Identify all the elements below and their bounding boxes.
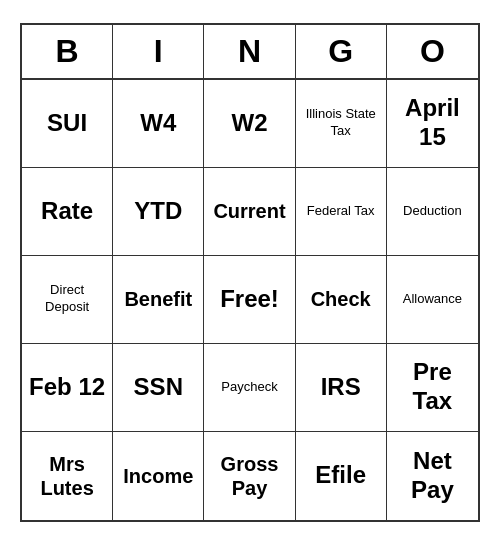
cell-text-8: Federal Tax: [307, 203, 375, 220]
cell-text-9: Deduction: [403, 203, 462, 220]
cell-text-3: Illinois State Tax: [302, 106, 380, 140]
cell-text-6: YTD: [134, 197, 182, 226]
bingo-cell-13: Check: [296, 256, 387, 344]
cell-text-15: Feb 12: [29, 373, 105, 402]
cell-text-16: SSN: [134, 373, 183, 402]
bingo-cell-7: Current: [204, 168, 295, 256]
bingo-cell-20: Mrs Lutes: [22, 432, 113, 520]
cell-text-17: Paycheck: [221, 379, 277, 396]
bingo-cell-9: Deduction: [387, 168, 478, 256]
cell-text-12: Free!: [220, 285, 279, 314]
cell-text-2: W2: [231, 109, 267, 138]
bingo-cell-8: Federal Tax: [296, 168, 387, 256]
bingo-cell-2: W2: [204, 80, 295, 168]
header-letter-o: O: [387, 25, 478, 78]
bingo-cell-15: Feb 12: [22, 344, 113, 432]
cell-text-13: Check: [311, 287, 371, 311]
bingo-cell-14: Allowance: [387, 256, 478, 344]
cell-text-20: Mrs Lutes: [28, 452, 106, 500]
cell-text-5: Rate: [41, 197, 93, 226]
bingo-cell-3: Illinois State Tax: [296, 80, 387, 168]
bingo-cell-5: Rate: [22, 168, 113, 256]
header-letter-n: N: [204, 25, 295, 78]
bingo-card: BINGO SUIW4W2Illinois State TaxApril 15R…: [20, 23, 480, 522]
bingo-cell-17: Paycheck: [204, 344, 295, 432]
cell-text-18: IRS: [321, 373, 361, 402]
bingo-cell-11: Benefit: [113, 256, 204, 344]
cell-text-14: Allowance: [403, 291, 462, 308]
cell-text-24: Net Pay: [393, 447, 472, 505]
cell-text-21: Income: [123, 464, 193, 488]
cell-text-22: Gross Pay: [210, 452, 288, 500]
bingo-cell-22: Gross Pay: [204, 432, 295, 520]
cell-text-23: Efile: [315, 461, 366, 490]
bingo-cell-21: Income: [113, 432, 204, 520]
bingo-cell-24: Net Pay: [387, 432, 478, 520]
bingo-cell-18: IRS: [296, 344, 387, 432]
header-letter-i: I: [113, 25, 204, 78]
bingo-cell-10: Direct Deposit: [22, 256, 113, 344]
bingo-cell-6: YTD: [113, 168, 204, 256]
bingo-cell-1: W4: [113, 80, 204, 168]
bingo-cell-4: April 15: [387, 80, 478, 168]
bingo-cell-0: SUI: [22, 80, 113, 168]
bingo-cell-12: Free!: [204, 256, 295, 344]
cell-text-10: Direct Deposit: [28, 282, 106, 316]
cell-text-4: April 15: [393, 94, 472, 152]
cell-text-19: Pre Tax: [393, 358, 472, 416]
cell-text-7: Current: [213, 199, 285, 223]
bingo-cell-23: Efile: [296, 432, 387, 520]
bingo-cell-16: SSN: [113, 344, 204, 432]
cell-text-1: W4: [140, 109, 176, 138]
header-letter-b: B: [22, 25, 113, 78]
cell-text-0: SUI: [47, 109, 87, 138]
header-letter-g: G: [296, 25, 387, 78]
cell-text-11: Benefit: [124, 287, 192, 311]
bingo-header: BINGO: [22, 25, 478, 80]
bingo-cell-19: Pre Tax: [387, 344, 478, 432]
bingo-grid: SUIW4W2Illinois State TaxApril 15RateYTD…: [22, 80, 478, 520]
